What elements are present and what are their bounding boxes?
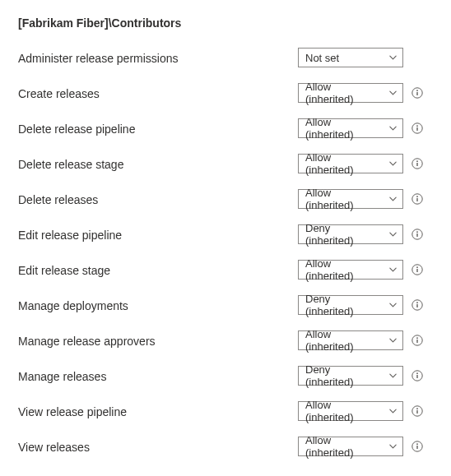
permission-row: Edit release pipelineDeny (inherited) — [18, 224, 433, 244]
chevron-down-icon — [388, 195, 398, 204]
svg-point-31 — [416, 443, 418, 445]
svg-point-1 — [416, 90, 418, 91]
permission-label: Delete releases — [18, 192, 298, 206]
permission-select-value: Deny (inherited) — [305, 293, 381, 317]
info-icon[interactable] — [411, 299, 423, 311]
chevron-down-icon — [388, 301, 398, 310]
permission-select-value: Allow (inherited) — [305, 434, 381, 459]
permission-label: View releases — [18, 439, 298, 454]
info-icon[interactable] — [411, 193, 423, 205]
permission-controls: Allow (inherited) — [298, 401, 423, 421]
permission-row: View releasesAllow (inherited) — [18, 437, 433, 456]
permission-select[interactable]: Allow (inherited) — [298, 260, 403, 280]
svg-point-28 — [416, 408, 418, 409]
chevron-down-icon — [388, 266, 398, 275]
permission-select[interactable]: Allow (inherited) — [298, 330, 403, 350]
permission-select[interactable]: Deny (inherited) — [298, 224, 403, 244]
permission-row: View release pipelineAllow (inherited) — [18, 401, 433, 421]
permission-controls: Allow (inherited) — [298, 437, 423, 456]
permission-select-value: Allow (inherited) — [305, 151, 381, 176]
chevron-down-icon — [388, 407, 398, 416]
permission-controls: Allow (inherited) — [298, 154, 423, 173]
permission-select[interactable]: Allow (inherited) — [298, 118, 403, 138]
chevron-down-icon — [388, 372, 398, 381]
permission-select[interactable]: Allow (inherited) — [298, 437, 403, 456]
permission-select[interactable]: Allow (inherited) — [298, 154, 403, 173]
svg-rect-17 — [416, 269, 417, 272]
svg-rect-29 — [416, 410, 417, 414]
svg-point-7 — [416, 160, 418, 162]
svg-point-22 — [416, 337, 418, 339]
permission-row: Administer release permissionsNot set — [18, 48, 433, 67]
permission-label: Delete release stage — [18, 156, 298, 171]
svg-rect-8 — [416, 163, 417, 166]
svg-rect-14 — [416, 233, 417, 237]
permission-label: Manage releases — [18, 368, 298, 383]
svg-point-13 — [416, 231, 418, 233]
permission-label: Manage deployments — [18, 298, 298, 312]
chevron-down-icon — [388, 442, 398, 451]
permission-controls: Allow (inherited) — [298, 189, 423, 209]
info-icon[interactable] — [411, 335, 423, 346]
permission-select-value: Allow (inherited) — [305, 257, 381, 282]
permission-select[interactable]: Allow (inherited) — [298, 189, 403, 209]
info-placeholder — [411, 52, 423, 63]
chevron-down-icon — [388, 336, 398, 345]
permission-controls: Deny (inherited) — [298, 224, 423, 244]
permission-select[interactable]: Deny (inherited) — [298, 366, 403, 386]
chevron-down-icon — [388, 230, 398, 239]
svg-rect-20 — [416, 304, 417, 307]
svg-rect-26 — [416, 375, 417, 378]
permission-row: Delete release pipelineAllow (inherited) — [18, 118, 433, 138]
permission-label: Delete release pipeline — [18, 121, 298, 136]
svg-rect-32 — [416, 446, 417, 449]
chevron-down-icon — [388, 124, 398, 133]
permission-select[interactable]: Not set — [298, 48, 403, 67]
info-icon[interactable] — [411, 87, 423, 99]
permission-controls: Allow (inherited) — [298, 330, 423, 350]
permission-label: Administer release permissions — [18, 50, 298, 65]
permission-select[interactable]: Deny (inherited) — [298, 295, 403, 315]
permission-select[interactable]: Allow (inherited) — [298, 401, 403, 421]
permission-controls: Allow (inherited) — [298, 118, 423, 138]
info-icon[interactable] — [411, 370, 423, 381]
permission-controls: Deny (inherited) — [298, 366, 423, 386]
permission-row: Edit release stageAllow (inherited) — [18, 260, 433, 280]
info-icon[interactable] — [411, 441, 423, 452]
chevron-down-icon — [388, 53, 398, 62]
permission-label: Create releases — [18, 85, 298, 100]
info-icon[interactable] — [411, 405, 423, 417]
page-title: [Fabrikam Fiber]\Contributors — [18, 16, 433, 30]
permission-label: Edit release pipeline — [18, 227, 298, 242]
permission-select-value: Allow (inherited) — [305, 328, 381, 353]
permission-row: Manage releasesDeny (inherited) — [18, 366, 433, 386]
svg-rect-23 — [416, 340, 417, 343]
permission-row: Manage deploymentsDeny (inherited) — [18, 295, 433, 315]
info-icon[interactable] — [411, 264, 423, 275]
info-icon[interactable] — [411, 158, 423, 169]
svg-point-16 — [416, 266, 418, 268]
svg-point-25 — [416, 372, 418, 374]
permission-controls: Allow (inherited) — [298, 83, 423, 103]
svg-point-19 — [416, 302, 418, 303]
permission-select-value: Allow (inherited) — [305, 187, 381, 211]
svg-rect-2 — [416, 92, 417, 95]
permission-controls: Allow (inherited) — [298, 260, 423, 280]
permissions-list: Administer release permissionsNot setCre… — [18, 48, 433, 456]
permission-select-value: Deny (inherited) — [305, 363, 381, 388]
permission-label: View release pipeline — [18, 404, 298, 418]
permission-row: Delete release stageAllow (inherited) — [18, 154, 433, 173]
permission-row: Manage release approversAllow (inherited… — [18, 330, 433, 350]
svg-rect-5 — [416, 127, 417, 131]
chevron-down-icon — [388, 89, 398, 98]
chevron-down-icon — [388, 159, 398, 169]
permission-controls: Not set — [298, 48, 423, 67]
permission-select-value: Allow (inherited) — [305, 399, 381, 423]
permission-select-value: Allow (inherited) — [305, 116, 381, 141]
permission-label: Manage release approvers — [18, 333, 298, 348]
svg-rect-11 — [416, 198, 417, 201]
permission-select[interactable]: Allow (inherited) — [298, 83, 403, 103]
permission-label: Edit release stage — [18, 262, 298, 277]
info-icon[interactable] — [411, 122, 423, 134]
info-icon[interactable] — [411, 229, 423, 240]
